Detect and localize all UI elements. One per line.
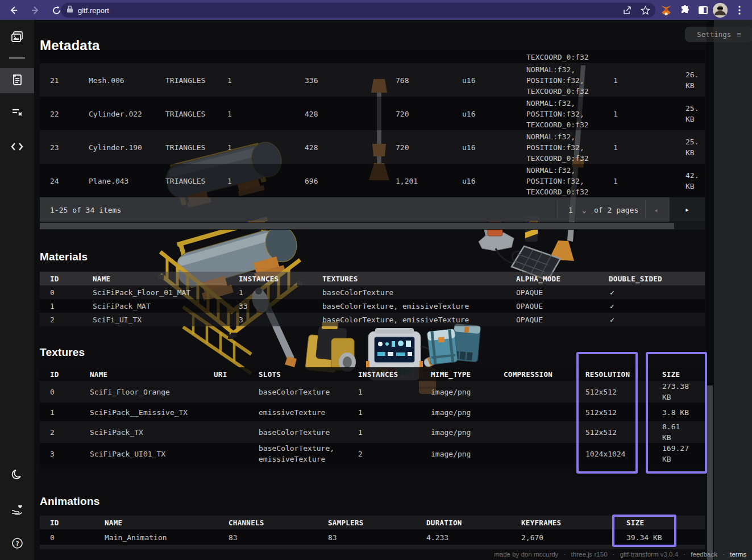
browser-menu-icon[interactable] xyxy=(732,2,747,18)
table-row: 3 SciFiPack_UI01_TX baseColorTexture, em… xyxy=(40,443,705,464)
address-bar[interactable]: gltf.report xyxy=(61,3,655,18)
mesh-mode: TRIANGLES xyxy=(165,74,205,85)
col-header-instances: INSTANCES xyxy=(239,275,279,283)
texture-slots: baseColorTexture xyxy=(259,427,344,438)
texture-slots: baseColorTexture, emissiveTexture xyxy=(259,443,344,464)
chevron-down-icon: ⌄ xyxy=(582,205,587,214)
sidebar-item-validation[interactable] xyxy=(0,101,34,126)
material-alpha-mode: OPAQUE xyxy=(516,314,543,325)
mesh-instances: 1 xyxy=(613,142,618,152)
pagination-divider xyxy=(645,201,646,218)
mesh-name: Cylinder.022 xyxy=(89,108,142,119)
footer-separator: · xyxy=(683,551,685,558)
table-row: 0 SciFiPack_Floor_01_MAT 1 baseColorText… xyxy=(40,285,705,299)
mesh-name: Cylinder.190 xyxy=(89,142,142,152)
material-id: 0 xyxy=(50,287,55,298)
texture-id: 0 xyxy=(50,387,55,397)
mesh-mode: TRIANGLES xyxy=(165,142,205,152)
hand-heart-icon xyxy=(11,503,23,517)
table-header-row: ID NAME INSTANCES TEXTURES ALPHA_MODE DO… xyxy=(40,272,705,285)
forward-button[interactable] xyxy=(27,2,43,18)
mesh-instances: 1 xyxy=(613,108,618,119)
texture-name: SciFiPack_TX xyxy=(90,427,143,438)
vertical-scrollbar[interactable] xyxy=(707,20,713,560)
moon-icon xyxy=(11,469,23,483)
previous-page-button[interactable]: ◂ xyxy=(654,205,658,214)
table-row: TEXCOORD_0:f32 xyxy=(40,50,705,63)
pagination-range-label: 1-25 of 34 items xyxy=(50,205,121,214)
sidebar-item-help[interactable]: ? xyxy=(0,532,34,557)
col-header-name: NAME xyxy=(93,275,110,283)
mesh-primitives: 1 xyxy=(227,142,232,152)
table-header-row: ID NAME CHANNELS SAMPLERS DURATION KEYFR… xyxy=(40,516,705,529)
pagination-divider xyxy=(558,201,558,218)
url-text: gltf.report xyxy=(78,6,109,15)
sidebar-item-script[interactable] xyxy=(0,135,34,160)
texture-mime-type: image/png xyxy=(431,387,471,397)
texture-id: 2 xyxy=(50,427,55,438)
animation-duration: 4.233 xyxy=(426,532,448,542)
animation-keyframes: 2,670 xyxy=(521,532,543,542)
report-document-icon xyxy=(11,73,23,88)
pagination-bar: 1-25 of 34 items 1 ⌄ of 2 pages ◂ ▸ xyxy=(40,197,705,222)
table-row: 0 SciFi_Floor_Orange baseColorTexture 1 … xyxy=(40,381,705,403)
table-row: 23 Cylinder.190 TRIANGLES 1 428 720 u16 … xyxy=(40,130,705,164)
profile-avatar[interactable] xyxy=(712,2,728,18)
settings-button[interactable]: Settings ≡ xyxy=(685,27,752,42)
mesh-indices: 768 xyxy=(396,74,409,85)
bookmark-star-icon[interactable] xyxy=(638,3,653,18)
table-footer-strip xyxy=(40,464,705,474)
settings-menu-icon: ≡ xyxy=(737,30,741,39)
footer-separator: · xyxy=(613,551,615,558)
horizontal-scrollbar[interactable] xyxy=(40,222,705,230)
texture-mime-type: image/png xyxy=(431,406,471,417)
extensions-puzzle-icon[interactable] xyxy=(677,2,693,18)
mesh-attributes-clipped: TEXCOORD_0:f32 xyxy=(526,51,589,62)
sidebar-item-viewer[interactable] xyxy=(0,26,34,51)
mesh-name: Mesh.006 xyxy=(89,74,124,85)
page-select[interactable]: 1 ⌄ xyxy=(568,205,586,214)
horizontal-scrollbar-thumb[interactable] xyxy=(40,223,674,229)
mesh-name: Plane.043 xyxy=(89,175,128,186)
lock-icon xyxy=(67,5,73,15)
table-footer-strip xyxy=(40,545,705,549)
texture-resolution: 512x512 xyxy=(585,427,617,438)
texture-mime-type: image/png xyxy=(431,427,471,438)
mesh-instances: 1 xyxy=(613,74,618,85)
col-header-channels: CHANNELS xyxy=(228,518,264,527)
col-header-mime-type: MIME_TYPE xyxy=(431,370,471,379)
sidebar-item-theme[interactable] xyxy=(0,463,34,488)
col-header-double-sided: DOUBLE_SIDED xyxy=(609,275,662,283)
back-button[interactable] xyxy=(6,2,22,18)
mesh-index-type: u16 xyxy=(462,108,475,119)
table-header-row: ID NAME URI SLOTS INSTANCES MIME_TYPE CO… xyxy=(40,367,705,381)
table-row: 22 Cylinder.022 TRIANGLES 1 428 720 u16 … xyxy=(40,97,705,130)
texture-resolution: 512x512 xyxy=(585,406,617,417)
mesh-indices: 720 xyxy=(396,142,409,152)
mesh-vertices: 428 xyxy=(305,142,318,152)
texture-instances: 1 xyxy=(358,406,363,417)
next-page-button[interactable]: ▸ xyxy=(670,197,705,222)
share-icon[interactable] xyxy=(620,3,634,18)
list-x-icon xyxy=(11,107,23,121)
feedback-link[interactable]: feedback xyxy=(691,551,717,558)
mesh-primitives: 1 xyxy=(227,175,232,186)
texture-id: 1 xyxy=(50,406,55,417)
texture-name: SciFiPack_UI01_TX xyxy=(90,449,165,459)
terms-link[interactable]: terms xyxy=(730,551,746,558)
table-row: 2 SciFi_UI_TX 3 baseColorTexture, emissi… xyxy=(40,313,705,326)
sidebar-divider xyxy=(9,57,25,59)
side-panel-icon[interactable] xyxy=(695,2,711,18)
texture-size: 8.61 KB xyxy=(662,421,692,443)
material-alpha-mode: OPAQUE xyxy=(516,287,543,298)
metamask-extension-icon[interactable] xyxy=(658,2,674,18)
sidebar-item-report[interactable] xyxy=(0,68,34,93)
mesh-attributes: NORMAL:f32, POSITION:f32, TEXCOORD_0:f32 xyxy=(526,64,599,96)
col-header-compression: COMPRESSION xyxy=(504,370,552,379)
vertical-scrollbar-thumb[interactable] xyxy=(707,385,713,560)
next-page-icon: ▸ xyxy=(685,205,689,214)
footer-separator: · xyxy=(722,551,725,558)
credit-made-by: made by don mccurdy xyxy=(494,551,558,558)
sidebar-item-donate[interactable] xyxy=(0,497,34,522)
credit-gltf-transform: gltf-transform v3.0.4 xyxy=(620,551,678,558)
